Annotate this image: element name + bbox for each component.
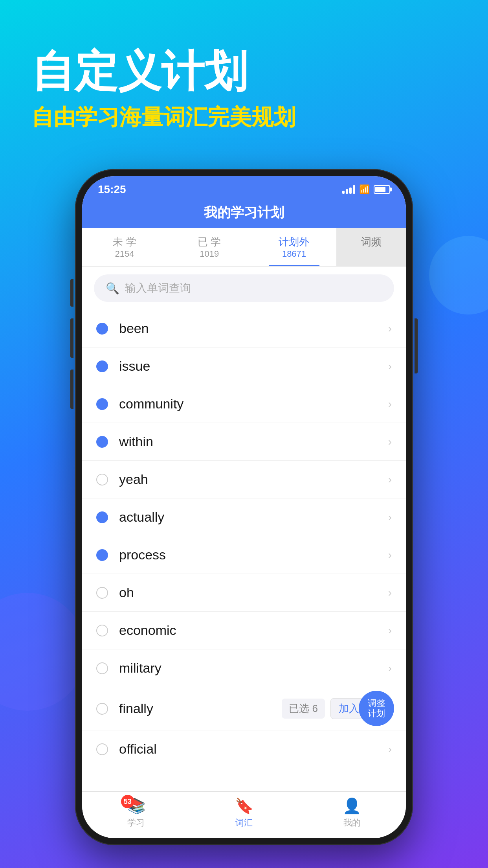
profile-icon: 👤 — [343, 797, 361, 815]
signal-icon — [342, 185, 355, 194]
chevron-icon: › — [388, 398, 392, 410]
adjust-plan-button[interactable]: 调整 计划 — [359, 691, 394, 726]
word-item-actually[interactable]: actually › — [82, 498, 406, 536]
tab-freq-label: 词频 — [361, 236, 382, 248]
tab-unlearned-label: 未 学 — [86, 235, 163, 249]
tab-unlearned[interactable]: 未 学 2154 — [82, 228, 167, 266]
chevron-icon: › — [388, 549, 392, 561]
chevron-icon: › — [388, 743, 392, 756]
word-dot-actually — [96, 511, 108, 523]
word-dot-finally — [96, 703, 108, 715]
word-item-military[interactable]: military › — [82, 649, 406, 687]
tab-learned-label: 已 学 — [171, 235, 248, 249]
page-title: 自定义计划 — [31, 47, 457, 95]
chevron-icon: › — [388, 587, 392, 599]
word-dot-been — [96, 323, 108, 335]
tab-bar-top: 未 学 2154 已 学 1019 计划外 18671 词频 — [82, 228, 406, 267]
word-text-economic: economic — [119, 623, 388, 638]
chevron-icon: › — [388, 624, 392, 637]
word-dot-oh — [96, 587, 108, 599]
word-text-official: official — [119, 741, 388, 757]
tab-bar-item-study[interactable]: 📚 53 学习 — [82, 797, 190, 829]
word-dot-within — [96, 436, 108, 448]
word-list: been › issue › community › within › — [82, 310, 406, 791]
word-item-finally[interactable]: finally 已选 6 加入计划 调整 计划 — [82, 687, 406, 730]
chevron-icon: › — [388, 511, 392, 524]
app-title: 我的学习计划 — [94, 204, 394, 228]
word-dot-yeah — [96, 474, 108, 485]
chevron-icon: › — [388, 473, 392, 486]
word-dot-official — [96, 743, 108, 755]
search-bar[interactable]: 🔍 输入单词查询 — [94, 274, 394, 302]
status-icons: 📶 — [342, 184, 390, 195]
battery-icon — [374, 185, 390, 194]
phone-button-power — [415, 318, 418, 373]
word-text-issue: issue — [119, 359, 388, 374]
tab-outside-count: 18671 — [256, 249, 333, 259]
tab-bar-vocab-label: 词汇 — [235, 817, 253, 829]
status-time: 15:25 — [98, 183, 126, 196]
word-dot-process — [96, 549, 108, 561]
tab-outside-plan[interactable]: 计划外 18671 — [252, 228, 337, 266]
word-item-official[interactable]: official › — [82, 730, 406, 768]
bottom-tab-bar: 📚 53 学习 🔖 词汇 👤 我的 — [82, 791, 406, 838]
word-dot-issue — [96, 360, 108, 372]
word-item-been[interactable]: been › — [82, 310, 406, 348]
word-text-process: process — [119, 547, 388, 563]
phone-mockup: 15:25 📶 我的学习计划 — [75, 169, 413, 845]
tab-bar-study-label: 学习 — [127, 817, 145, 829]
word-text-oh: oh — [119, 585, 388, 600]
word-dot-military — [96, 662, 108, 674]
search-input[interactable]: 输入单词查询 — [125, 281, 191, 296]
tab-outside-label: 计划外 — [256, 235, 333, 249]
chevron-icon: › — [388, 322, 392, 335]
word-text-within: within — [119, 434, 388, 449]
vocab-icon: 🔖 — [235, 797, 253, 815]
tab-unlearned-count: 2154 — [86, 249, 163, 259]
tab-bar-profile-label: 我的 — [343, 817, 361, 829]
word-text-community: community — [119, 396, 388, 412]
word-text-military: military — [119, 660, 388, 676]
phone-button-vol-up — [70, 318, 73, 358]
chevron-icon: › — [388, 436, 392, 448]
word-item-oh[interactable]: oh › — [82, 574, 406, 612]
search-icon: 🔍 — [106, 282, 119, 295]
word-item-process[interactable]: process › — [82, 536, 406, 574]
word-item-issue[interactable]: issue › — [82, 348, 406, 385]
tab-bar-item-vocab[interactable]: 🔖 词汇 — [190, 797, 298, 829]
word-item-yeah[interactable]: yeah › — [82, 461, 406, 498]
wifi-icon: 📶 — [359, 184, 370, 195]
word-text-actually: actually — [119, 509, 388, 525]
chevron-icon: › — [388, 360, 392, 373]
phone-button-vol-down — [70, 370, 73, 409]
app-header: 我的学习计划 — [82, 200, 406, 228]
word-text-been: been — [119, 321, 388, 336]
word-dot-economic — [96, 625, 108, 636]
word-text-yeah: yeah — [119, 472, 388, 487]
word-item-community[interactable]: community › — [82, 385, 406, 423]
page-subtitle: 自由学习海量词汇完美规划 — [31, 103, 457, 132]
tab-learned[interactable]: 已 学 1019 — [167, 228, 252, 266]
word-dot-community — [96, 398, 108, 410]
phone-button-mute — [70, 279, 73, 307]
word-item-economic[interactable]: economic › — [82, 612, 406, 649]
word-item-within[interactable]: within › — [82, 423, 406, 461]
status-bar: 15:25 📶 — [82, 176, 406, 200]
chevron-icon: › — [388, 662, 392, 675]
word-text-finally: finally — [119, 701, 282, 716]
selected-count-label: 已选 6 — [282, 699, 325, 719]
study-badge: 53 — [121, 795, 134, 808]
tab-bar-item-profile[interactable]: 👤 我的 — [298, 797, 406, 829]
tab-learned-count: 1019 — [171, 249, 248, 259]
tab-frequency[interactable]: 词频 — [336, 228, 406, 266]
search-container: 🔍 输入单词查询 — [82, 267, 406, 310]
